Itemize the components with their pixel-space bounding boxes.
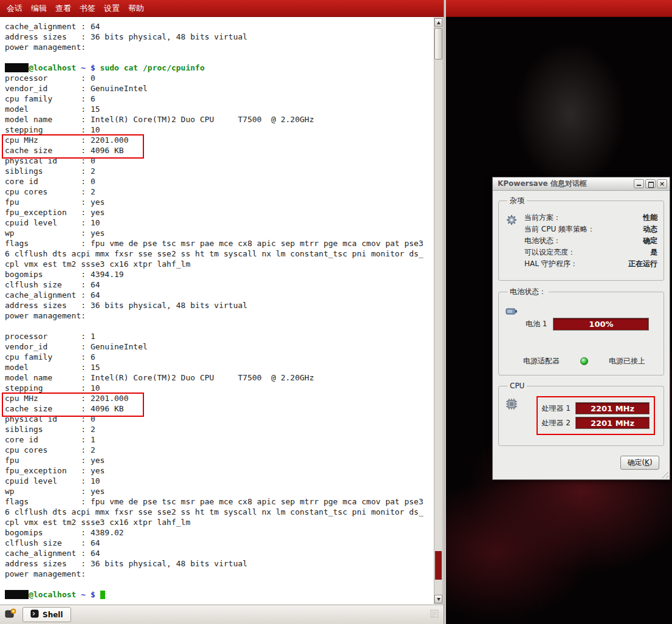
terminal-line: address sizes : 36 bits physical, 48 bit… — [5, 32, 433, 42]
terminal-line: power management: — [5, 310, 433, 321]
battery-group-title: 电池状态： — [507, 287, 549, 297]
battery-progressbar: 100% — [553, 318, 649, 331]
tab-shell[interactable]: Shell — [22, 607, 71, 622]
terminal-output[interactable]: cache_alignment : 64address sizes : 36 b… — [1, 18, 433, 604]
misc-row-label: 当前 CPU 频率策略： — [524, 224, 595, 235]
battery-group: 电池状态： 电池 1 100% 电源适配器 电源已接上 — [498, 287, 664, 375]
terminal-line: stepping : 10 — [5, 125, 433, 135]
misc-row-value: 动态 — [643, 224, 657, 235]
terminal-line: siblings : 2 — [5, 424, 433, 434]
menu-item[interactable]: 查看 — [51, 1, 75, 16]
battery-percentage: 100% — [589, 320, 613, 329]
ok-button[interactable]: 确定(K) — [620, 456, 659, 470]
misc-row-label: HAL 守护程序： — [524, 258, 578, 270]
terminal-window: 会话编辑查看书签设置帮助 cache_alignment : 64address… — [0, 0, 444, 624]
cpu-row: 处理器 12201 MHz — [542, 402, 650, 414]
scrollbar-thumb[interactable] — [434, 28, 442, 60]
dialog-body: 杂项 当前方案：性能当前 CPU 频率策略：动态电池状态：确定可以设定亮度：是H… — [493, 191, 670, 479]
power-led-icon — [580, 357, 588, 365]
terminal-line — [5, 321, 433, 331]
konsole-icon — [30, 609, 39, 620]
terminal-line: wp : yes — [5, 228, 433, 238]
menu-item[interactable]: 书签 — [75, 1, 100, 16]
cpu-rows-annotated: 处理器 12201 MHz处理器 22201 MHz — [537, 396, 655, 435]
terminal-line: 6 clflush dts acpi mmx fxsr sse sse2 ss … — [5, 507, 433, 517]
tab-list-button[interactable] — [428, 609, 441, 621]
dialog-footer: 确定(K) — [498, 452, 664, 470]
prompt-segment: @localhost — [29, 63, 76, 72]
cpu-row-label: 处理器 1 — [542, 403, 571, 414]
terminal-line — [5, 579, 433, 589]
menu-item[interactable]: 帮助 — [124, 1, 148, 16]
terminal-line: fpu : yes — [5, 197, 433, 207]
scroll-down-button[interactable] — [434, 595, 442, 603]
terminal-line: cpl vmx est tm2 ssse3 cx16 xtpr lahf_lm — [5, 259, 433, 269]
terminal-line: power management: — [5, 569, 433, 579]
terminal-line: flags : fpu vme de pse tsc msr pae mce c… — [5, 496, 433, 507]
cpu-row-label: 处理器 2 — [542, 418, 571, 428]
scroll-up-button[interactable] — [434, 18, 442, 27]
minimize-button[interactable] — [634, 179, 644, 188]
terminal-line: cpu MHz : 2201.000 — [5, 135, 433, 145]
annotation-highlight-box: cpu MHz : 2201.000cache size : 4096 KB — [5, 393, 433, 414]
terminal-line: cpu MHz : 2201.000 — [5, 393, 433, 403]
terminal-line: address sizes : 36 bits physical, 48 bit… — [5, 300, 433, 310]
scrollbar[interactable] — [434, 18, 443, 604]
terminal-tabbar: Shell — [0, 605, 444, 624]
terminal-line: cpu family : 6 — [5, 94, 433, 104]
terminal-line: wp : yes — [5, 486, 433, 496]
new-session-button[interactable] — [3, 608, 18, 622]
terminal-line: processor : 1 — [5, 331, 433, 341]
tab-label: Shell — [43, 611, 63, 619]
terminal-line: power management: — [5, 42, 433, 52]
prompt-segment: ~ $ — [76, 590, 100, 599]
terminal-line: vendor_id : GenuineIntel — [5, 83, 433, 94]
adapter-row: 电源适配器 电源已接上 — [523, 356, 657, 366]
terminal-line: cache_alignment : 64 — [5, 290, 433, 300]
terminal-line: @localhost ~ $ sudo cat /proc/cpuinfo — [5, 63, 433, 73]
cpu-group: CPU 处理器 12201 MHz处理器 22201 MHz — [498, 382, 664, 446]
misc-row: 当前方案：性能 — [524, 212, 657, 224]
terminal-line: cache_alignment : 64 — [5, 21, 433, 32]
dialog-titlebar[interactable]: KPowersave 信息对话框 × — [493, 177, 670, 191]
scrollbar-marker — [435, 551, 442, 580]
close-button[interactable]: × — [657, 179, 667, 188]
video-window-titlebar[interactable] — [446, 0, 672, 17]
new-session-icon — [4, 608, 16, 622]
kpowersave-info-icon — [505, 213, 518, 229]
cpu-frequency-bar: 2201 MHz — [575, 417, 650, 429]
terminal-line: cpu cores : 2 — [5, 187, 433, 197]
terminal-cursor — [100, 591, 105, 599]
terminal-line: processor : 0 — [5, 73, 433, 83]
misc-row-value: 确定 — [643, 235, 657, 247]
terminal-line: clflush size : 64 — [5, 538, 433, 548]
misc-row-value: 是 — [650, 247, 657, 258]
misc-row-value: 性能 — [643, 212, 657, 224]
battery-icon — [505, 304, 518, 320]
terminal-line: model name : Intel(R) Core(TM)2 Duo CPU … — [5, 114, 433, 125]
terminal-line: @localhost ~ $ — [5, 589, 433, 600]
terminal-line: cpu cores : 2 — [5, 445, 433, 455]
menu-item[interactable]: 设置 — [100, 1, 124, 16]
terminal-line: model : 15 — [5, 104, 433, 114]
cpu-chip-icon — [505, 397, 518, 413]
prompt-segment — [5, 590, 29, 599]
misc-row: 可以设定亮度：是 — [524, 247, 657, 258]
resize-grip[interactable] — [660, 470, 668, 478]
menu-item[interactable]: 编辑 — [27, 1, 51, 16]
terminal-line: cache size : 4096 KB — [5, 145, 433, 156]
terminal-line: bogomips : 4394.19 — [5, 269, 433, 279]
misc-row: HAL 守护程序：正在运行 — [524, 258, 657, 270]
terminal-line: vendor_id : GenuineIntel — [5, 341, 433, 352]
maximize-button[interactable] — [645, 179, 656, 188]
misc-row-label: 可以设定亮度： — [524, 247, 575, 258]
kpowersave-dialog: KPowersave 信息对话框 × 杂项 当前方案：性能当前 CPU 频率策略… — [492, 177, 670, 480]
terminal-line: cache_alignment : 64 — [5, 548, 433, 558]
terminal-line: stepping : 10 — [5, 383, 433, 393]
misc-group: 杂项 当前方案：性能当前 CPU 频率策略：动态电池状态：确定可以设定亮度：是H… — [498, 196, 664, 281]
terminal-line: bogomips : 4389.02 — [5, 527, 433, 538]
terminal-line: address sizes : 36 bits physical, 48 bit… — [5, 558, 433, 569]
terminal-line: cpuid level : 10 — [5, 218, 433, 228]
misc-rows: 当前方案：性能当前 CPU 频率策略：动态电池状态：确定可以设定亮度：是HAL … — [524, 212, 657, 270]
menu-item[interactable]: 会话 — [2, 1, 27, 16]
